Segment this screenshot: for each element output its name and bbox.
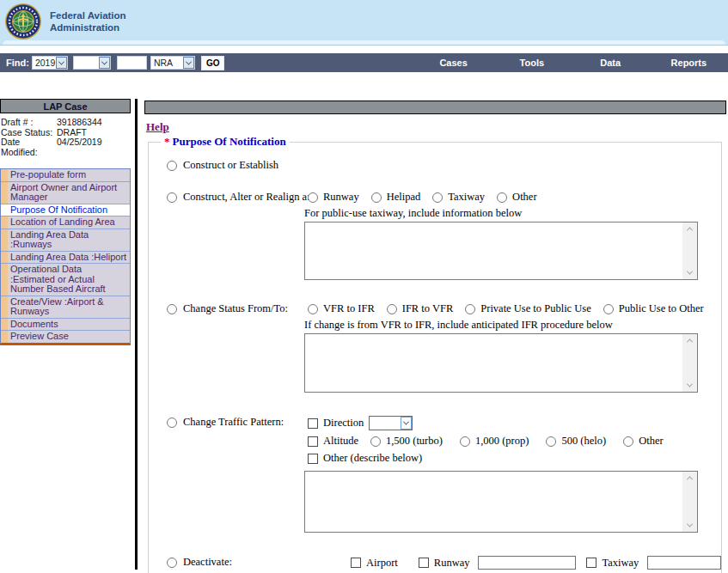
ifr-procedure-textarea[interactable] [304, 333, 698, 393]
nav-strip [1, 252, 8, 264]
scrollbar[interactable] [682, 334, 697, 392]
nav-landing-area-heliport[interactable]: Landing Area Data :Heliport [1, 252, 130, 265]
go-button[interactable]: GO [201, 56, 225, 70]
direction-select[interactable] [369, 416, 413, 430]
radio-altitude-other[interactable] [623, 436, 633, 447]
header-bottom-strip [3, 40, 725, 45]
scrollbar[interactable] [682, 472, 697, 532]
scrollbar[interactable] [682, 222, 697, 279]
taxiway-info-textarea[interactable] [304, 222, 698, 280]
deactivate-runway-input[interactable] [478, 556, 576, 570]
date-modified-row: Date Modified: 04/25/2019 [1, 137, 130, 157]
help-link[interactable]: Help [146, 120, 169, 134]
checkbox-deactivate-airport[interactable] [351, 558, 361, 568]
radio-helipad[interactable] [371, 192, 382, 203]
deactivate-taxiway-input[interactable] [647, 556, 721, 570]
checkbox-direction[interactable] [308, 418, 318, 429]
agency-name: Federal Aviation Administration [50, 9, 126, 34]
case-nav: Pre-populate form Airport Owner and Airp… [0, 168, 131, 345]
nav-preview-case[interactable]: Preview Case [1, 331, 130, 343]
nav-landing-area-runways[interactable]: Landing Area Data :Runways [1, 229, 130, 252]
find-number-input[interactable] [117, 56, 147, 70]
case-title-bar: LAP Case [0, 99, 131, 113]
radio-vfr-to-ifr[interactable] [308, 304, 318, 314]
chevron-down-icon [56, 57, 67, 69]
altitude-option-other: Other [623, 435, 663, 448]
radio-ifr-to-vfr[interactable] [387, 304, 397, 314]
radio-500-helo[interactable] [546, 436, 556, 447]
nav-strip [1, 264, 8, 296]
nav-purpose-of-notification[interactable]: Purpose Of Notification [1, 204, 130, 217]
section-legend: *Purpose Of Notification [161, 135, 290, 149]
radio-runway[interactable] [308, 192, 318, 203]
scroll-up-icon[interactable] [687, 476, 693, 482]
main-content: Help *Purpose Of Notification Construct … [144, 101, 726, 573]
radio-construct-alter-realign[interactable] [167, 192, 177, 203]
construct-label: Construct or Establish [183, 159, 278, 172]
menu-data[interactable]: Data [572, 53, 650, 72]
status-label: Change Status From/To: [183, 302, 288, 315]
alter-option-runway: Runway [308, 191, 359, 204]
direction-group: Direction [308, 417, 364, 430]
find-year-select[interactable]: 2019 [32, 56, 68, 70]
radio-change-status[interactable] [167, 304, 177, 314]
radio-construct-or-establish[interactable] [167, 161, 177, 171]
section-title: Purpose Of Notification [173, 135, 286, 148]
scroll-down-icon[interactable] [687, 269, 693, 275]
altitude-line: Altitude 1,500 (turbo) 1,000 (prop) 500 … [308, 435, 721, 448]
direction-line: Direction [308, 416, 721, 430]
nav-documents[interactable]: Documents [1, 319, 130, 332]
radio-private-to-public[interactable] [465, 304, 475, 314]
checkbox-deactivate-taxiway[interactable] [586, 558, 596, 568]
find-label: Find: [6, 58, 29, 68]
checkbox-deactivate-runway[interactable] [419, 558, 429, 568]
altitude-option-500: 500 (helo) [546, 435, 606, 448]
nav-strip [1, 229, 8, 251]
deactivate-label: Deactivate: [183, 556, 232, 569]
purpose-of-notification-fieldset: *Purpose Of Notification Construct or Es… [148, 135, 722, 573]
traffic-other-textarea[interactable] [304, 471, 698, 533]
app-header: Federal Aviation Administration [0, 0, 728, 46]
chevron-down-icon [183, 57, 194, 69]
deactivate-row: Deactivate: Airport Runway Taxiway [156, 556, 721, 570]
find-case-type-select[interactable]: NRA [150, 56, 195, 70]
scroll-up-icon[interactable] [687, 338, 693, 344]
menu-reports[interactable]: Reports [650, 53, 728, 72]
vertical-divider [135, 99, 138, 570]
construct-row: Construct or Establish [156, 159, 721, 172]
status-option-ifr-to-vfr: IFR to VFR [387, 302, 454, 315]
checkbox-altitude[interactable] [308, 436, 318, 447]
radio-alter-other[interactable] [497, 192, 507, 203]
chevron-down-icon [99, 57, 110, 69]
scroll-up-icon[interactable] [687, 227, 693, 233]
nav-airport-owner-manager[interactable]: Airport Owner and Airport Manager [1, 182, 130, 204]
nav-strip [1, 331, 8, 343]
status-option-private-to-public: Private Use to Public Use [465, 302, 590, 315]
radio-taxiway[interactable] [432, 192, 443, 203]
checkbox-traffic-other[interactable] [308, 454, 318, 464]
menu-cases[interactable]: Cases [414, 53, 492, 72]
altitude-group: Altitude [308, 435, 358, 448]
radio-public-to-other[interactable] [603, 304, 614, 314]
nav-create-view-airport-runways[interactable]: Create/View :Airport & Runways [1, 296, 130, 319]
radio-1500-turbo[interactable] [370, 436, 381, 447]
radio-deactivate[interactable] [167, 558, 177, 568]
nav-pre-populate-form[interactable]: Pre-populate form [1, 169, 130, 182]
find-secondary-select[interactable] [73, 56, 111, 70]
radio-1000-prop[interactable] [460, 436, 470, 447]
traffic-other-group: Other (describe below) [308, 452, 422, 465]
required-asterisk: * [164, 135, 170, 148]
taxiway-note: For public-use taxiway, include informat… [304, 207, 721, 220]
nav-strip [1, 182, 8, 204]
content-title-bar [144, 101, 726, 114]
scroll-down-icon[interactable] [687, 521, 693, 527]
chevron-down-icon [401, 417, 412, 430]
scroll-down-icon[interactable] [687, 381, 693, 387]
traffic-label: Change Traffic Pattern: [183, 416, 284, 429]
nav-location-of-landing-area[interactable]: Location of Landing Area [1, 216, 130, 229]
menu-tools[interactable]: Tools [492, 53, 571, 72]
radio-change-traffic-pattern[interactable] [167, 418, 177, 428]
nav-operational-data[interactable]: Operational Data :Estimated or Actual Nu… [1, 264, 130, 296]
nav-strip [1, 204, 8, 216]
find-toolbar: Find: 2019 NRA GO Cases Tools Data Repor… [0, 53, 728, 72]
